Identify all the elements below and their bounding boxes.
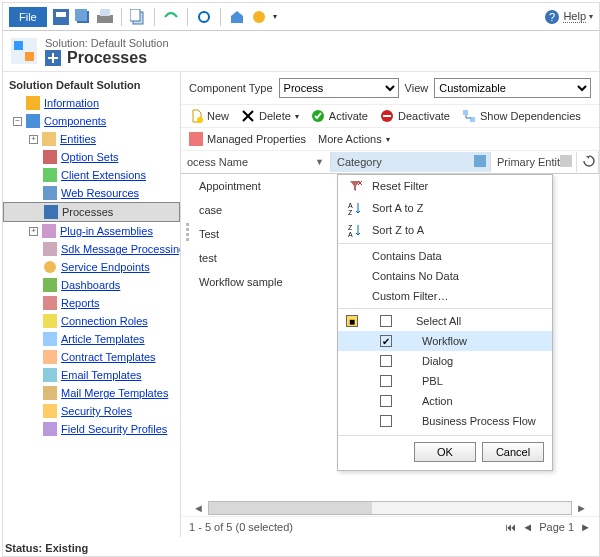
tree-processes[interactable]: Processes bbox=[3, 202, 180, 222]
new-icon bbox=[189, 109, 203, 123]
managed-properties-button[interactable]: Managed Properties bbox=[189, 132, 306, 146]
tree-service-endpoints[interactable]: Service Endpoints bbox=[3, 258, 180, 276]
refresh-grid-button[interactable] bbox=[577, 151, 599, 173]
svg-rect-30 bbox=[43, 350, 57, 364]
filter-opt-dialog[interactable]: Dialog bbox=[338, 351, 552, 371]
home-icon[interactable] bbox=[229, 9, 245, 25]
filter-opt-bpf[interactable]: Business Process Flow bbox=[338, 411, 552, 431]
category-filter-menu: Reset Filter AZSort A to Z ZASort Z to A… bbox=[337, 174, 553, 471]
more-actions-button[interactable]: More Actions ▾ bbox=[318, 133, 390, 145]
tree-sdk-message[interactable]: Sdk Message Processing S… bbox=[3, 240, 180, 258]
undo-icon[interactable] bbox=[163, 9, 179, 25]
svg-rect-19 bbox=[43, 150, 57, 164]
checkbox[interactable] bbox=[380, 375, 392, 387]
filter-sort-za[interactable]: ZASort Z to A bbox=[338, 219, 552, 241]
col-primary-entity[interactable]: Primary Entit bbox=[491, 152, 577, 172]
tree-article-templates[interactable]: Article Templates bbox=[3, 330, 180, 348]
scroll-right-button[interactable]: ► bbox=[572, 502, 591, 514]
scroll-left-button[interactable]: ◄ bbox=[189, 502, 208, 514]
tree-dashboards[interactable]: Dashboards bbox=[3, 276, 180, 294]
new-button[interactable]: New bbox=[189, 109, 229, 123]
tree-field-security-profiles[interactable]: Field Security Profiles bbox=[3, 420, 180, 438]
tree-mail-merge-templates[interactable]: Mail Merge Templates bbox=[3, 384, 180, 402]
properties-icon bbox=[189, 132, 203, 146]
checkbox[interactable] bbox=[380, 315, 392, 327]
svg-rect-7 bbox=[130, 9, 140, 21]
filter-sort-az[interactable]: AZSort A to Z bbox=[338, 197, 552, 219]
help-icon: ? bbox=[544, 9, 560, 25]
tree-option-sets[interactable]: Option Sets bbox=[3, 148, 180, 166]
filter-icon bbox=[560, 155, 572, 167]
print-icon[interactable] bbox=[97, 9, 113, 25]
svg-point-35 bbox=[197, 117, 203, 123]
svg-rect-27 bbox=[43, 296, 57, 310]
filter-ok-button[interactable]: OK bbox=[414, 442, 476, 462]
col-process-name[interactable]: ocess Name▼ bbox=[181, 152, 331, 172]
tree-contract-templates[interactable]: Contract Templates bbox=[3, 348, 180, 366]
divider bbox=[154, 8, 155, 26]
horizontal-scrollbar[interactable] bbox=[208, 501, 572, 515]
tree-email-templates[interactable]: Email Templates bbox=[3, 366, 180, 384]
tree-web-resources[interactable]: Web Resources bbox=[3, 184, 180, 202]
col-category[interactable]: Category bbox=[331, 152, 491, 172]
sort-az-icon: AZ bbox=[348, 201, 362, 215]
checkbox[interactable] bbox=[380, 355, 392, 367]
filter-cancel-button[interactable]: Cancel bbox=[482, 442, 544, 462]
component-type-label: Component Type bbox=[189, 82, 273, 94]
tree-reports[interactable]: Reports bbox=[3, 294, 180, 312]
checkbox[interactable] bbox=[380, 395, 392, 407]
tree-entities[interactable]: Entities bbox=[3, 130, 180, 148]
filter-contains-data[interactable]: Contains Data bbox=[338, 243, 552, 266]
tree-components[interactable]: Components bbox=[3, 112, 180, 130]
checkbox[interactable]: ✔ bbox=[380, 335, 392, 347]
tree-connection-roles[interactable]: Connection Roles bbox=[3, 312, 180, 330]
help-menu[interactable]: ? Help ▾ bbox=[544, 9, 593, 25]
filter-custom[interactable]: Custom Filter… bbox=[338, 286, 552, 306]
prev-page-button[interactable]: ◄ bbox=[522, 521, 533, 533]
save-icon[interactable] bbox=[53, 9, 69, 25]
page-indicator: Page 1 bbox=[539, 521, 574, 533]
actions-icon[interactable] bbox=[251, 9, 267, 25]
first-page-button[interactable]: ⏮ bbox=[505, 521, 516, 533]
next-page-button[interactable]: ► bbox=[580, 521, 591, 533]
svg-rect-1 bbox=[56, 12, 66, 17]
activate-icon bbox=[311, 109, 325, 123]
solution-subtitle: Solution: Default Solution bbox=[45, 37, 169, 49]
delete-icon bbox=[241, 109, 255, 123]
filter-reset[interactable]: Reset Filter bbox=[338, 175, 552, 197]
refresh-icon[interactable] bbox=[196, 9, 212, 25]
status-bar: Status: Existing bbox=[5, 542, 88, 554]
tree-client-extensions[interactable]: Client Extensions bbox=[3, 166, 180, 184]
svg-point-25 bbox=[44, 261, 56, 273]
show-dependencies-button[interactable]: Show Dependencies bbox=[462, 109, 581, 123]
svg-rect-17 bbox=[26, 114, 40, 128]
page-title: Processes bbox=[67, 49, 147, 67]
tree-plugin-assemblies[interactable]: Plug-in Assemblies bbox=[3, 222, 180, 240]
svg-rect-26 bbox=[43, 278, 57, 292]
filter-contains-no-data[interactable]: Contains No Data bbox=[338, 266, 552, 286]
svg-text:Z: Z bbox=[348, 224, 353, 231]
filter-active-icon bbox=[474, 155, 486, 167]
deactivate-button[interactable]: Deactivate bbox=[380, 109, 450, 123]
view-label: View bbox=[405, 82, 429, 94]
filter-opt-pbl[interactable]: PBL bbox=[338, 371, 552, 391]
filter-opt-workflow[interactable]: ✔Workflow bbox=[338, 331, 552, 351]
component-type-select[interactable]: Process bbox=[279, 78, 399, 98]
checkbox[interactable] bbox=[380, 415, 392, 427]
filter-opt-action[interactable]: Action bbox=[338, 391, 552, 411]
activate-button[interactable]: Activate bbox=[311, 109, 368, 123]
record-summary: 1 - 5 of 5 (0 selected) bbox=[189, 521, 293, 533]
svg-rect-39 bbox=[463, 110, 468, 115]
filter-select-all[interactable]: ■Select All bbox=[338, 308, 552, 331]
reset-filter-icon bbox=[348, 179, 362, 193]
tree-security-roles[interactable]: Security Roles bbox=[3, 402, 180, 420]
delete-button[interactable]: Delete▾ bbox=[241, 109, 299, 123]
svg-rect-3 bbox=[75, 9, 87, 21]
file-menu[interactable]: File bbox=[9, 7, 47, 27]
save-all-icon[interactable] bbox=[75, 9, 91, 25]
copy-icon[interactable] bbox=[130, 9, 146, 25]
tree-information[interactable]: Information bbox=[3, 94, 180, 112]
view-select[interactable]: Customizable bbox=[434, 78, 591, 98]
solution-icon bbox=[11, 38, 37, 66]
refresh-icon bbox=[583, 155, 595, 167]
